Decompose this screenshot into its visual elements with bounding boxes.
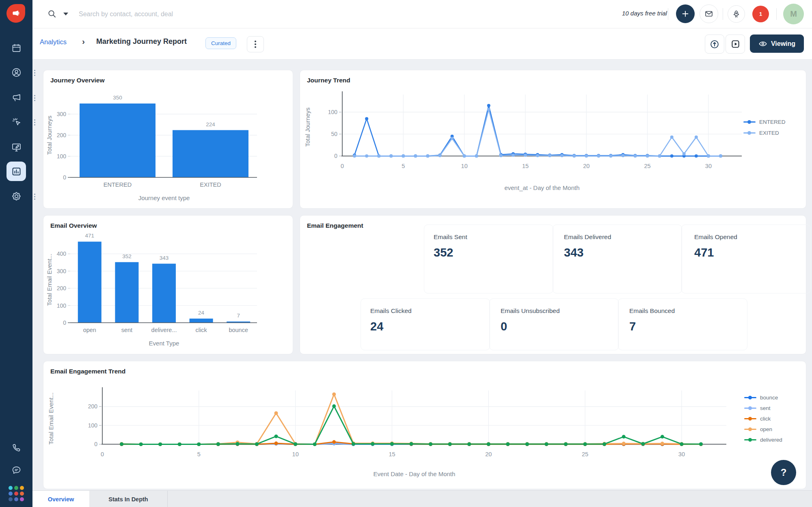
app-logo[interactable] <box>6 4 25 23</box>
notification-badge[interactable]: 1 <box>752 6 769 22</box>
kpi-emails-unsubscribed: Emails Unsubscribed 0 <box>501 307 560 333</box>
svg-text:0: 0 <box>94 441 97 447</box>
report-options-button[interactable] <box>247 36 264 52</box>
report-header-row: Analytics › Marketing Journey Report Cur… <box>32 28 812 60</box>
settings-gear-icon <box>11 191 22 202</box>
export-button[interactable] <box>705 35 724 54</box>
trial-text: 10 days free trial <box>622 10 667 17</box>
svg-text:350: 350 <box>113 95 122 101</box>
kpi-value: 343 <box>564 246 611 259</box>
sidebar-item-settings[interactable] <box>6 186 26 206</box>
bottom-tabbar: Overview Stats In Depth <box>32 490 812 507</box>
kpi-emails-bounced: Emails Bounced 7 <box>629 307 675 333</box>
legend-label: delivered <box>760 437 782 443</box>
avatar-initial: M <box>790 9 797 19</box>
legend-item-delivered[interactable]: delivered <box>744 437 782 443</box>
legend-item-click[interactable]: click <box>744 416 782 422</box>
search-scope-caret-icon[interactable] <box>63 13 68 15</box>
sidebar-automation-menu-icon[interactable] <box>34 119 35 125</box>
svg-text:30: 30 <box>705 163 712 169</box>
sidebar-item-contacts[interactable] <box>6 63 26 82</box>
svg-text:200: 200 <box>57 285 67 291</box>
svg-text:25: 25 <box>582 451 588 457</box>
question-mark-icon: ? <box>781 467 787 478</box>
card-title: Email Engagement <box>307 222 363 229</box>
svg-text:Total Journeys: Total Journeys <box>46 116 53 155</box>
viewing-button[interactable]: Viewing <box>750 35 804 53</box>
svg-text:delivere...: delivere... <box>151 327 177 333</box>
kpi-value: 7 <box>629 320 675 333</box>
svg-text:300: 300 <box>57 111 67 117</box>
journey-trend-legend: ENTEREDEXITED <box>743 119 786 136</box>
svg-text:open: open <box>83 327 96 333</box>
email-overview-card: Email Overview 0100200300400471open352se… <box>43 215 293 354</box>
svg-text:200: 200 <box>88 403 98 410</box>
legend-label: open <box>760 426 772 432</box>
sidebar-campaigns-menu-icon[interactable] <box>34 95 35 101</box>
sidebar-item-reports[interactable] <box>6 162 26 181</box>
sidebar <box>0 0 32 507</box>
play-walkthrough-button[interactable] <box>726 35 745 54</box>
legend-label: EXITED <box>759 130 779 136</box>
sidebar-contacts-menu-icon[interactable] <box>34 70 35 76</box>
kpi-value: 471 <box>694 246 737 259</box>
avatar[interactable]: M <box>783 4 804 24</box>
journey-overview-chart: 0100200300350ENTERED224EXITEDJourney eve… <box>43 70 293 208</box>
tab-overview[interactable]: Overview <box>32 491 89 507</box>
svg-text:10: 10 <box>292 451 299 457</box>
notification-count: 1 <box>759 11 762 17</box>
legend-item-sent[interactable]: sent <box>744 405 782 411</box>
svg-text:Journey event type: Journey event type <box>138 194 190 201</box>
rocket-icon <box>732 9 741 19</box>
plus-icon <box>681 9 690 18</box>
sidebar-settings-menu-icon[interactable] <box>34 194 35 200</box>
tab-stats-in-depth[interactable]: Stats In Depth <box>89 491 167 507</box>
svg-text:300: 300 <box>57 268 67 274</box>
search-input[interactable] <box>78 6 331 22</box>
legend-item-EXITED[interactable]: EXITED <box>743 130 786 136</box>
reports-bar-chart-icon <box>11 166 22 177</box>
kpi-label: Emails Clicked <box>370 307 412 315</box>
svg-text:400: 400 <box>57 250 67 257</box>
landing-pages-icon <box>11 142 22 153</box>
svg-text:224: 224 <box>206 121 215 127</box>
sidebar-item-apps[interactable] <box>6 484 26 503</box>
email-engagement-trend-legend: bouncesentclickopendelivered <box>744 395 782 443</box>
legend-label: click <box>760 416 771 422</box>
sidebar-item-campaigns[interactable] <box>6 88 26 107</box>
email-engagement-trend-chart: 0510152025300100200Event Date - Day of t… <box>43 361 806 489</box>
sidebar-item-calendar[interactable] <box>6 38 26 58</box>
kpi-emails-delivered: Emails Delivered 343 <box>564 233 611 259</box>
svg-text:ENTERED: ENTERED <box>104 181 132 188</box>
breadcrumb-analytics-link[interactable]: Analytics <box>40 38 67 46</box>
search-icon[interactable] <box>47 9 57 19</box>
viewing-label: Viewing <box>771 40 795 47</box>
legend-item-ENTERED[interactable]: ENTERED <box>743 119 786 125</box>
help-button[interactable]: ? <box>771 460 796 485</box>
topbar-divider <box>776 8 777 20</box>
kebab-icon <box>255 41 256 48</box>
svg-text:100: 100 <box>88 422 98 429</box>
svg-text:24: 24 <box>198 310 205 316</box>
eye-icon <box>758 39 767 48</box>
sidebar-item-phone[interactable] <box>6 438 26 457</box>
apps-grid-icon <box>9 486 24 502</box>
sidebar-item-landing-pages[interactable] <box>6 137 26 157</box>
sidebar-item-automation[interactable] <box>6 112 26 132</box>
sidebar-item-chat[interactable] <box>6 460 26 480</box>
legend-item-bounce[interactable]: bounce <box>744 395 782 401</box>
legend-swatch-icon <box>743 121 756 123</box>
tabbar-divider <box>167 491 168 507</box>
svg-text:100: 100 <box>328 109 338 115</box>
onboarding-rocket-button[interactable] <box>728 5 745 23</box>
svg-text:7: 7 <box>237 313 240 319</box>
envelope-icon <box>704 9 714 19</box>
add-new-button[interactable] <box>676 4 695 23</box>
kpi-emails-sent: Emails Sent 352 <box>434 233 467 259</box>
legend-item-open[interactable]: open <box>744 426 782 432</box>
chat-icon <box>11 465 22 476</box>
svg-text:0: 0 <box>101 451 104 457</box>
svg-text:bounce: bounce <box>229 327 248 333</box>
svg-text:event_at - Day of the Month: event_at - Day of the Month <box>504 184 579 191</box>
email-button[interactable] <box>700 4 718 23</box>
